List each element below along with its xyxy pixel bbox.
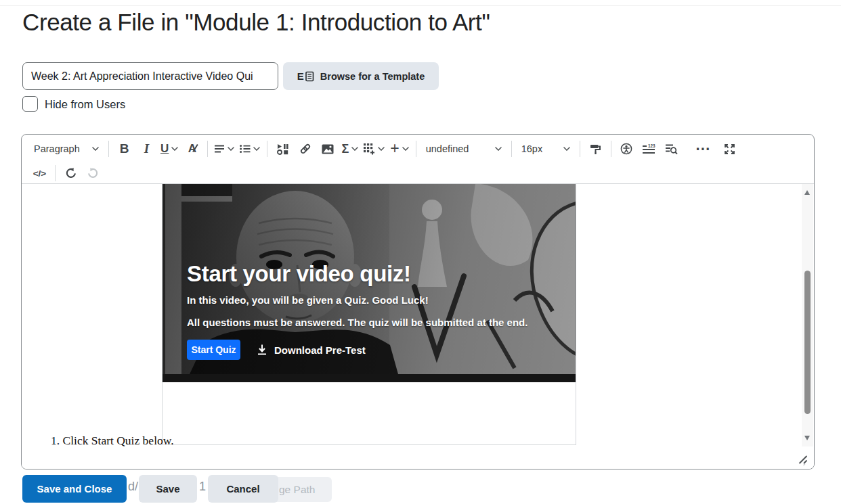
toolbar-separator <box>108 141 109 157</box>
create-file-page: Create a File in "Module 1: Introduction… <box>0 0 841 504</box>
insert-stuff-button[interactable] <box>272 138 294 160</box>
editor-scrollbar[interactable] <box>802 184 813 446</box>
list-button[interactable] <box>237 138 263 160</box>
toolbar-separator <box>267 141 267 157</box>
video-letterbox-bar <box>163 374 576 382</box>
quiz-caption: Start your video quiz! In this video, yo… <box>187 262 565 360</box>
video-quiz-embed: Start your video quiz! In this video, yo… <box>162 184 576 445</box>
obscured-text-fragment-left: d/ <box>128 480 138 494</box>
editor-toolbar-row1: Paragraph B I U A <box>22 135 814 163</box>
font-size-dropdown[interactable]: 16px <box>516 138 576 160</box>
format-dropdown[interactable]: Paragraph <box>28 138 104 160</box>
preview-icon <box>665 143 678 155</box>
svg-text:123: 123 <box>648 144 655 148</box>
chevron-down-icon <box>495 147 502 151</box>
browse-template-button[interactable]: E Browse for a Template <box>283 62 439 90</box>
scroll-thumb[interactable] <box>804 271 811 414</box>
insert-more-button[interactable]: + <box>387 138 411 160</box>
plus-icon: + <box>390 141 399 156</box>
obscured-text-fragment-right: ge Path <box>279 484 315 496</box>
hide-from-users-label: Hide from Users <box>45 98 125 111</box>
download-icon <box>256 344 268 356</box>
insert-stuff-icon <box>277 143 288 155</box>
more-actions-icon: ⋯ <box>695 140 711 158</box>
underline-icon: U <box>160 142 169 156</box>
fullscreen-icon <box>724 143 735 155</box>
insert-image-button[interactable] <box>316 138 339 160</box>
chevron-down-icon <box>253 147 260 151</box>
list-item-1: 1. Click Start Quiz below. <box>51 434 174 446</box>
font-color-button[interactable]: A <box>181 138 203 160</box>
chevron-down-icon <box>228 147 234 151</box>
equation-button[interactable]: Σ <box>339 138 361 160</box>
toolbar-separator <box>416 141 416 157</box>
italic-icon: I <box>144 141 149 156</box>
table-icon <box>364 143 375 155</box>
format-painter-icon <box>590 143 601 155</box>
start-quiz-button[interactable]: Start Quiz <box>187 340 240 360</box>
chevron-down-icon <box>563 147 570 151</box>
obscured-text-fragment-middle: 1 <box>199 480 206 494</box>
toolbar-separator <box>511 141 512 157</box>
rich-text-editor: Paragraph B I U A <box>21 134 815 469</box>
preview-button[interactable] <box>660 138 683 160</box>
undo-icon <box>64 167 77 180</box>
toolbar-separator <box>580 141 580 157</box>
bullet-list-icon <box>240 145 251 153</box>
more-actions-button[interactable]: ⋯ <box>692 138 714 160</box>
page-title: Create a File in "Module 1: Introduction… <box>22 9 490 36</box>
quiz-cover-photo: Start your video quiz! In this video, yo… <box>163 184 576 374</box>
save-and-close-button[interactable]: Save and Close <box>22 475 127 503</box>
chevron-down-icon <box>351 147 358 151</box>
word-count-icon: 123 <box>642 144 655 154</box>
template-icon: E <box>297 70 314 82</box>
scroll-down-arrow[interactable] <box>804 436 810 440</box>
bold-button[interactable]: B <box>113 138 135 160</box>
editor-content[interactable]: Start your video quiz! In this video, yo… <box>22 183 814 446</box>
toolbar-separator <box>207 141 208 157</box>
align-button[interactable] <box>212 138 237 160</box>
insert-link-button[interactable] <box>294 138 316 160</box>
toolbar-separator <box>55 165 56 181</box>
equation-icon: Σ <box>341 142 349 156</box>
quiz-subline-1: In this video, you will be given a Quiz.… <box>187 294 565 306</box>
font-color-icon: A <box>188 142 196 156</box>
source-code-button[interactable]: </> <box>28 162 51 184</box>
page-top-divider <box>0 5 841 6</box>
chevron-down-icon <box>378 147 385 151</box>
chevron-down-icon <box>402 147 409 151</box>
hide-from-users-checkbox[interactable] <box>22 96 38 112</box>
bold-icon: B <box>120 141 129 156</box>
cancel-button[interactable]: Cancel <box>208 475 278 503</box>
editor-toolbar-row2: </> <box>22 163 814 183</box>
accessibility-icon <box>620 143 632 155</box>
resize-handle[interactable] <box>796 455 808 465</box>
underline-button[interactable]: U <box>158 138 181 160</box>
chevron-down-icon <box>171 147 178 151</box>
scroll-up-arrow[interactable] <box>804 190 810 195</box>
redo-icon <box>87 167 100 180</box>
file-title-input[interactable] <box>22 62 278 90</box>
save-button[interactable]: Save <box>139 475 197 503</box>
download-pretest-link[interactable]: Download Pre-Test <box>256 344 366 356</box>
font-family-dropdown[interactable]: undefined <box>420 138 507 160</box>
accessibility-checker-button[interactable] <box>616 138 638 160</box>
browse-template-label: Browse for a Template <box>320 71 425 82</box>
redo-button[interactable] <box>82 162 104 184</box>
word-count-button[interactable]: 123 <box>638 138 660 160</box>
align-icon <box>215 145 225 153</box>
format-painter-button[interactable] <box>584 138 607 160</box>
download-pretest-label: Download Pre-Test <box>274 344 366 356</box>
image-icon <box>322 144 334 154</box>
source-code-icon: </> <box>33 168 47 179</box>
toolbar-separator <box>611 141 611 157</box>
italic-button[interactable]: I <box>135 138 158 160</box>
link-icon <box>299 143 311 155</box>
undo-button[interactable] <box>60 162 82 184</box>
quiz-subline-2: All questions must be answered. The quiz… <box>187 317 565 328</box>
fullscreen-button[interactable] <box>718 138 741 160</box>
editor-status-bar <box>22 446 814 469</box>
insert-table-button[interactable] <box>361 138 387 160</box>
quiz-heading: Start your video quiz! <box>187 262 565 285</box>
chevron-down-icon <box>92 147 99 151</box>
